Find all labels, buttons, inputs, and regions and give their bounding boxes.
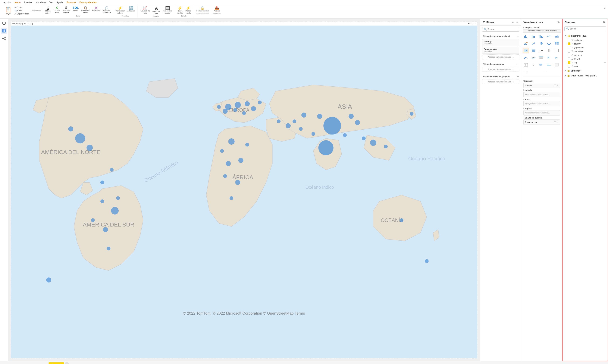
viz-combo-btn[interactable]	[523, 40, 529, 46]
tab-scroll-left[interactable]: ◀	[602, 363, 604, 364]
obtener-datos-button[interactable]: 🗄 Obtenerdatos ▾	[44, 6, 52, 15]
cuadro-texto-button[interactable]: A Cuadro detexto	[151, 6, 161, 15]
longitud-field-box[interactable]: Agregar campos de datos a...	[523, 110, 560, 116]
iso-alpha-checkbox[interactable]	[568, 50, 570, 52]
viz-pie-btn[interactable]	[538, 40, 544, 46]
viz-expand-icon[interactable]: ≫	[557, 21, 560, 24]
country-checkbox[interactable]: ✓	[568, 42, 570, 45]
viz-col-chart-btn[interactable]	[538, 33, 544, 39]
viz-scatter-btn[interactable]	[530, 40, 537, 46]
filters-expand-icon[interactable]: ≫	[515, 21, 519, 24]
add-all-filter-btn[interactable]: Agregar campos de datos ...	[482, 79, 519, 84]
ubicacion-close-icon[interactable]: ✕	[556, 84, 558, 87]
fields-search-input[interactable]	[570, 27, 604, 30]
field-pop[interactable]: ✓ Σ pop ⋯	[563, 61, 608, 65]
viz-py-btn[interactable]: Py	[554, 55, 560, 61]
field-group-gapminder-header[interactable]: ▼ ⊞ gapminer_2007	[563, 34, 608, 38]
field-group-timesheet-header[interactable]: ▶ ⊞ timesheet	[563, 68, 608, 73]
pop-filter-card[interactable]: Suma de pop es (todos)	[482, 47, 519, 54]
menu-insertar[interactable]: Insertar	[22, 0, 34, 4]
mas-objetos-button[interactable]: 🔲 Más objetosvisuales ▾	[162, 6, 173, 15]
viz-stacked-bar-btn[interactable]	[530, 33, 537, 39]
tab-scroll-right[interactable]: ▶	[605, 363, 607, 364]
tamano-field-box[interactable]: Suma de pop ∨ ✕	[523, 119, 560, 125]
field-group-truck-header[interactable]: ▶ ⊞ truck_event_text_parti...	[563, 73, 608, 78]
lifeexp-checkbox[interactable]	[568, 57, 570, 60]
field-iso-num[interactable]: Σ iso_num	[563, 53, 608, 57]
menu-archivo[interactable]: Archivo	[1, 0, 13, 4]
gdppercap-checkbox[interactable]	[568, 46, 570, 49]
menu-datos-detalles[interactable]: Datos y detalles	[78, 0, 98, 4]
viz-filled-map-btn[interactable]	[530, 48, 537, 53]
viz-donut-btn[interactable]	[546, 40, 552, 46]
page-tab-4[interactable]: Página 4	[49, 362, 64, 364]
viz-map-bubble-btn[interactable]	[523, 48, 529, 53]
viz-area-chart-btn[interactable]	[554, 33, 560, 39]
all-filters-more[interactable]: ⋯	[516, 75, 519, 78]
page-tab-1[interactable]: Página 1	[1, 362, 17, 364]
viz-custom-btn[interactable]: ···	[554, 62, 560, 68]
viz-number-btn[interactable]: 123	[538, 48, 544, 53]
medida-rapida-button[interactable]: ⚡ Medidarápida	[185, 6, 192, 15]
origenes-button[interactable]: 🕐 Orígenesrecientes ▾	[102, 6, 112, 14]
filters-eye-icon[interactable]: 👁	[511, 21, 514, 24]
viz-bar2-btn[interactable]	[546, 62, 552, 68]
centro-datos-button[interactable]: 🏛 Centro dedatos ▾	[61, 6, 71, 14]
viz-treemap-btn[interactable]	[554, 40, 560, 46]
viz-table-btn[interactable]	[546, 48, 552, 53]
focus-icon[interactable]: ⛶	[471, 23, 473, 25]
viz-kpi-btn[interactable]: KPI	[530, 55, 537, 61]
menu-ayuda[interactable]: Ayuda	[55, 0, 65, 4]
dataverse-button[interactable]: ◉ Dataverse	[91, 6, 101, 12]
viz-more-btn[interactable]: ···	[542, 69, 548, 75]
menu-ver[interactable]: Ver	[48, 0, 55, 4]
page-filters-more[interactable]: ⋯	[516, 63, 519, 65]
field-gdppercap[interactable]: Σ gdpPercap	[563, 46, 608, 49]
publicar-button[interactable]: 📤 Publicar	[213, 6, 221, 13]
viz-qa-btn[interactable]: ?	[530, 62, 537, 68]
ribbon-collapse-button[interactable]: ∧	[603, 6, 607, 10]
cut-button[interactable]: ✂ Cortar	[14, 6, 30, 9]
confidencialidad-button[interactable]: 🔒 Confidencialidad	[195, 6, 210, 13]
add-page-filter-btn[interactable]: Agregar campos de datos ...	[482, 67, 519, 72]
transformar-button[interactable]: ⚡ Transformardatos ▾	[115, 6, 126, 15]
fields-expand-icon[interactable]: ≫	[603, 21, 606, 24]
nuevo-visual-button[interactable]: 📈 Nuevo objetovisual	[139, 6, 151, 15]
menu-modelado[interactable]: Modelado	[34, 0, 48, 4]
fields-search-box[interactable]: 🔍	[564, 26, 606, 31]
visual-filters-more[interactable]: ⋯	[516, 35, 519, 38]
actualizar-button[interactable]: 🔄 Actualizar	[126, 6, 136, 15]
filters-search-input[interactable]	[487, 28, 517, 31]
filter-icon[interactable]: ▼	[468, 23, 470, 25]
especificar-datos-button[interactable]: 📋 Especificardatos	[81, 6, 91, 14]
table-view-icon[interactable]	[1, 28, 7, 34]
viz-textbox-btn[interactable]: T	[523, 62, 529, 68]
year-checkbox[interactable]	[568, 65, 570, 68]
pop-more-icon[interactable]: ⋯	[604, 61, 606, 64]
continent-checkbox[interactable]	[568, 39, 570, 41]
viz-arrow-btn[interactable]	[523, 69, 529, 75]
menu-formato[interactable]: Formato	[65, 0, 78, 4]
leyenda-field-box[interactable]: Agregar campos de datos a...	[523, 92, 560, 97]
viz-slicer-btn[interactable]	[538, 55, 544, 61]
more-icon[interactable]: ⋯	[474, 23, 476, 25]
iso-num-checkbox[interactable]	[568, 54, 570, 56]
add-page-button[interactable]: +	[65, 362, 69, 364]
ubicacion-field-box[interactable]: country ∨ ✕	[523, 83, 560, 88]
viz-bar-chart-btn[interactable]	[523, 33, 529, 39]
page-tab-2[interactable]: Página 2	[17, 362, 32, 364]
field-year[interactable]: Σ year	[563, 65, 608, 68]
libro-excel-button[interactable]: X Libro deExcel	[53, 6, 61, 14]
viz-gauge-btn[interactable]	[523, 55, 529, 61]
ubicacion-dropdown-icon[interactable]: ∨	[554, 84, 556, 86]
map-visual[interactable]: Suma de pop por country ▼ ⛶ ⋯	[11, 22, 477, 358]
paste-button[interactable]: 📋 Pegar	[3, 6, 13, 15]
model-view-icon[interactable]	[1, 35, 7, 41]
nueva-medida-button[interactable]: ⚡ Nuevamedida	[176, 6, 184, 15]
tamano-dropdown-icon[interactable]: ∨	[554, 121, 556, 123]
sql-server-button[interactable]: SQL Server	[72, 6, 80, 12]
copy-format-button[interactable]: 🖌 Copiar formato	[14, 13, 30, 15]
tamano-close-icon[interactable]: ✕	[556, 121, 558, 123]
viz-matrix-btn[interactable]	[554, 48, 560, 53]
field-lifeexp[interactable]: Σ lifeExp	[563, 57, 608, 61]
